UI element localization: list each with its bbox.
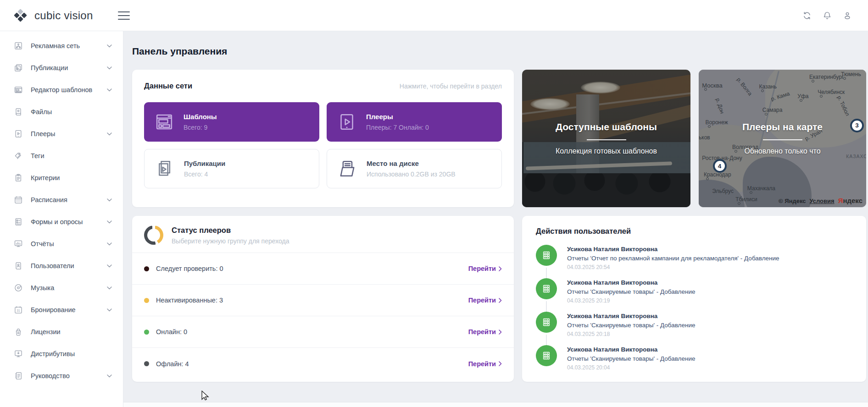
files-icon	[14, 107, 23, 116]
sidebar-item-label: Теги	[31, 152, 45, 160]
status-label: Офлайн: 4	[156, 360, 189, 368]
sidebar-item-distributives[interactable]: Дистрибутивы	[0, 343, 123, 365]
tile-templates[interactable]: Шаблоны Всего: 9	[144, 102, 319, 142]
chevron-down-icon	[107, 286, 112, 290]
sidebar-item-template-editor[interactable]: Редактор шаблонов	[0, 79, 123, 101]
sidebar-item-ad-network[interactable]: Рекламная сеть	[0, 35, 123, 57]
mouse-cursor	[201, 390, 210, 402]
status-row-offline: Офлайн: 4 Перейти	[132, 348, 514, 380]
status-label: Неактивированные: 3	[156, 297, 223, 304]
chevron-down-icon	[107, 308, 112, 312]
distributives-icon	[14, 349, 23, 358]
map-terms-link[interactable]: Условия	[810, 198, 835, 204]
sidebar-item-label: Расписания	[31, 196, 67, 204]
tile-title: Плееры	[366, 113, 429, 121]
sidebar-item-tags[interactable]: Теги	[0, 145, 123, 167]
sidebar-item-files[interactable]: Файлы	[0, 101, 123, 123]
divider	[763, 139, 802, 140]
sidebar-item-music[interactable]: Музыка	[0, 277, 123, 299]
activity-item[interactable]: Усикова Наталия Викторовна Отчеты 'Скани…	[536, 345, 852, 379]
publication-pages-icon	[156, 160, 174, 178]
sidebar-item-publications[interactable]: Публикации	[0, 57, 123, 79]
cubic-vision-logo-icon	[14, 9, 28, 22]
activity-timestamp: 04.03.2025 20:19	[567, 297, 696, 304]
templates-card-subtitle: Коллекция готовых шаблонов	[556, 147, 657, 155]
topbar: cubic vision	[0, 0, 868, 31]
sidebar-item-criteria[interactable]: Критерии	[0, 167, 123, 189]
user-icon[interactable]	[841, 10, 853, 22]
activity-item[interactable]: Усикова Наталия Викторовна Отчеты 'Отчет…	[536, 245, 852, 278]
sidebar-item-label: Пользователи	[31, 262, 74, 270]
sidebar-item-label: Бронирование	[31, 306, 76, 314]
go-link[interactable]: Перейти	[468, 360, 502, 368]
sidebar-item-manual[interactable]: Руководство	[0, 365, 123, 387]
report-server-icon	[536, 245, 557, 266]
tile-title: Публикации	[184, 160, 225, 167]
menu-icon[interactable]	[116, 10, 132, 22]
sidebar-item-label: Файлы	[31, 108, 52, 116]
tile-subtitle: Всего: 4	[184, 170, 225, 178]
map-card-subtitle: Обновлено только что	[744, 147, 820, 155]
activity-action: Отчеты 'Сканируемые товары' - Добавление	[567, 288, 696, 295]
sidebar-item-schedules[interactable]: Расписания	[0, 189, 123, 211]
report-server-icon	[536, 278, 557, 299]
templates-card-title: Доступные шаблоны	[556, 121, 657, 132]
map-cluster-marker[interactable]: 3	[850, 119, 864, 132]
status-dot	[144, 361, 149, 366]
activity-item[interactable]: Усикова Наталия Викторовна Отчеты 'Скани…	[536, 278, 852, 312]
available-templates-card[interactable]: Доступные шаблоны Коллекция готовых шабл…	[522, 70, 690, 207]
chevron-right-icon	[499, 361, 502, 366]
map-cluster-marker[interactable]: 4	[713, 159, 727, 173]
chevron-down-icon	[107, 242, 112, 246]
activity-timestamp: 04.03.2025 20:54	[567, 264, 779, 270]
tile-publications[interactable]: Публикации Всего: 4	[144, 149, 319, 188]
go-link[interactable]: Перейти	[468, 297, 502, 304]
page-bottom-strip	[123, 402, 868, 407]
activity-item[interactable]: Усикова Наталия Викторовна Отчеты 'Скани…	[536, 312, 852, 345]
tile-title: Шаблоны	[184, 113, 217, 121]
bell-icon[interactable]	[821, 10, 833, 22]
forms-icon	[14, 217, 23, 226]
go-link[interactable]: Перейти	[468, 265, 502, 272]
activity-timestamp: 04.03.2025 20:04	[567, 364, 696, 371]
tile-players[interactable]: Плееры Плееры: 7 Онлайн: 0	[327, 102, 502, 142]
chevron-down-icon	[107, 264, 112, 268]
status-dot	[144, 330, 149, 335]
status-dot	[144, 266, 149, 271]
divider	[587, 139, 626, 140]
sidebar-item-reports[interactable]: Отчёты	[0, 233, 123, 255]
map-card-title: Плееры на карте	[742, 121, 823, 132]
sidebar-item-label: Руководство	[31, 372, 70, 380]
sidebar-item-users[interactable]: Пользователи	[0, 255, 123, 277]
status-card-title: Статус плееров	[172, 226, 289, 235]
ad-network-icon	[14, 41, 23, 50]
schedule-icon	[14, 195, 23, 204]
music-icon	[14, 283, 23, 292]
tile-disk-space[interactable]: Место на диске Использовано 0.2GB из 20G…	[327, 149, 502, 188]
players-icon	[14, 129, 23, 138]
sidebar-item-label: Музыка	[31, 284, 54, 292]
sidebar-item-booking[interactable]: 31 Бронирование	[0, 299, 123, 321]
sidebar-item-label: Лицензии	[31, 328, 61, 336]
brand-logo[interactable]: cubic vision	[14, 9, 93, 22]
report-server-icon	[536, 345, 557, 366]
chevron-right-icon	[499, 266, 502, 271]
status-dot	[144, 298, 149, 303]
players-map-card[interactable]: Москвар. ВолгаКазаньЕкатеринбургТюменьЧе…	[699, 70, 866, 207]
sidebar-item-forms[interactable]: Формы и опросы	[0, 211, 123, 233]
status-row-inactive: Неактивированные: 3 Перейти	[132, 285, 514, 316]
status-row-online: Онлайн: 0 Перейти	[132, 316, 514, 348]
chevron-down-icon	[107, 374, 112, 378]
player-status-card: Статус плееров Выберите нужную группу дл…	[132, 216, 514, 382]
sidebar-item-players[interactable]: Плееры	[0, 123, 123, 145]
sidebar-item-licenses[interactable]: Лицензии	[0, 321, 123, 343]
users-icon	[14, 261, 23, 270]
yandex-logo[interactable]: Яндекс	[838, 197, 862, 204]
map-copyright: © Яндекс	[779, 198, 806, 204]
activity-action: Отчеты 'Сканируемые товары' - Добавление	[567, 355, 696, 362]
refresh-icon[interactable]	[801, 10, 813, 22]
chevron-right-icon	[499, 298, 502, 303]
status-card-subtitle: Выберите нужную группу для перехода	[172, 237, 289, 245]
go-link[interactable]: Перейти	[468, 328, 502, 336]
user-activity-card: Действия пользователей Усикова Наталия В…	[522, 216, 866, 382]
